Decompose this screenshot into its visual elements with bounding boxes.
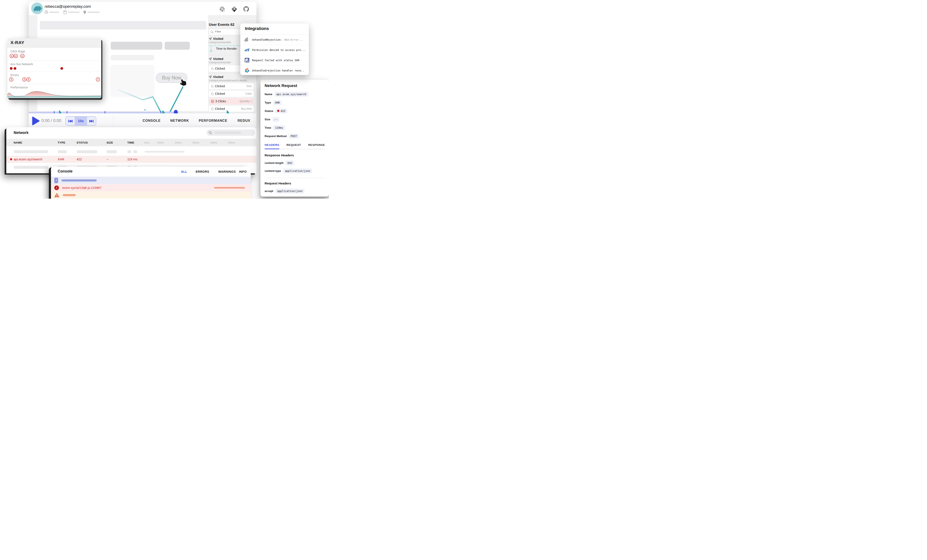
tab-response[interactable]: RESPONSE <box>308 143 325 147</box>
header-label: content-length <box>264 161 284 164</box>
integration-item-sentry[interactable]: UnhandledRejection: Non—Error... <box>240 34 309 45</box>
header-value: 642 <box>286 161 294 165</box>
integration-item-elastic[interactable]: Unhandledrejection handler rece.. <box>240 65 309 76</box>
error-icon: ! <box>54 185 59 190</box>
request-name-value: api.ecom.xyz/search <box>275 92 308 97</box>
console-title: Console <box>58 169 73 173</box>
col-name[interactable]: NAME <box>14 141 22 144</box>
console-tab-errors[interactable]: ERRORS <box>196 170 209 173</box>
log-skeleton <box>63 194 76 196</box>
tab-request[interactable]: REQUEST <box>286 143 301 147</box>
xray-title: X-RAY <box>11 40 24 45</box>
skip-back-icon <box>68 119 73 123</box>
log-skeleton <box>214 187 245 189</box>
xray-row-label: Click Rage <box>11 50 25 53</box>
integration-item-waves[interactable]: Permission denied to access pro... <box>240 45 309 55</box>
network-error-dot[interactable] <box>10 67 12 70</box>
log-skeleton <box>61 179 97 182</box>
tab-network[interactable]: NETWORK <box>170 119 189 123</box>
skeleton <box>14 166 48 169</box>
error-icons[interactable] <box>9 77 100 82</box>
col-status[interactable]: STATUS <box>76 141 88 144</box>
timeline-quote-marker[interactable]: “ <box>144 108 146 114</box>
divider <box>8 61 101 61</box>
integration-item-datadog[interactable]: Request failed with status 500 <box>240 55 309 65</box>
network-error-dot[interactable] <box>61 67 63 70</box>
response-headers-title: Response Headers <box>264 153 294 157</box>
clock-icon <box>45 11 48 14</box>
col-time[interactable]: TIME <box>127 141 134 144</box>
session-header: rebecca@openreplay.com <box>29 2 257 15</box>
time-tick: 0ms <box>144 141 150 144</box>
info-icon: i <box>54 178 58 183</box>
skeleton <box>76 150 97 153</box>
network-request-title: Network Request <box>264 83 297 88</box>
tab-headers[interactable]: HEADERS <box>264 143 279 147</box>
browser-icon <box>64 11 67 14</box>
skeleton <box>133 150 137 153</box>
network-search-field[interactable] <box>207 129 255 136</box>
tab-console[interactable]: CONSOLE <box>143 119 161 123</box>
cell-type: XHR <box>58 158 64 161</box>
table-row-error[interactable]: api.ecom.xyz/search XHR 422 -- 119 ms <box>6 156 257 163</box>
waves-icon <box>245 47 249 52</box>
console-log-warning[interactable] <box>51 191 251 199</box>
request-headers-title: Request Headers <box>264 182 291 185</box>
status-error-dot <box>277 110 279 112</box>
slack-icon[interactable] <box>219 6 225 12</box>
skip-forward-icon <box>89 119 94 123</box>
player-controls-bar: 0:00 / 0:00 10s CONSOLE NET <box>29 113 257 127</box>
integrations-panel: Integrations UnhandledRejection: Non—Err… <box>240 23 309 75</box>
search-icon <box>209 131 212 135</box>
error-dot <box>10 158 12 160</box>
field-label: Status <box>264 109 273 112</box>
header-label: content-type <box>264 169 281 173</box>
field-label: Time <box>264 126 271 129</box>
cursor-hand-icon <box>179 79 187 87</box>
header-value: application/json <box>283 168 312 173</box>
jira-icon[interactable] <box>231 6 237 12</box>
integration-text: Request failed with status 500 <box>252 59 299 62</box>
network-table-header: NAME TYPE STATUS SIZE TIME 0ms 10ms 20ms… <box>6 139 257 146</box>
xray-row-label: Errors <box>11 73 19 77</box>
console-tab-warnings[interactable]: WARNINGS <box>218 170 236 173</box>
skip-amount[interactable]: 10s <box>74 117 87 125</box>
col-size[interactable]: SIZE <box>106 141 113 144</box>
skip-forward-button[interactable] <box>87 117 96 125</box>
time-tick: 10ms <box>157 141 164 144</box>
console-log-info[interactable]: i <box>51 177 251 184</box>
tab-redux[interactable]: REDUX <box>237 119 250 123</box>
request-method-value: POST <box>289 134 299 138</box>
request-type-value: XHR <box>273 100 282 105</box>
cell-time: 119 ms <box>127 158 137 161</box>
field-label: Request Method <box>264 135 287 138</box>
col-type[interactable]: TYPE <box>58 141 65 144</box>
session-user-email: rebecca@openreplay.com <box>45 4 91 9</box>
network-error-dot[interactable] <box>14 67 16 70</box>
github-icon[interactable] <box>243 6 249 12</box>
network-panel-title: Network <box>14 131 29 135</box>
time-tick: 50ms <box>228 141 235 144</box>
skeleton <box>106 150 117 153</box>
console-log-error[interactable]: ! ecom.xyz/a213qh.js:123987 <box>51 184 251 191</box>
meta-skeleton <box>68 12 80 13</box>
tab-underline-active <box>264 149 279 149</box>
tab-performance[interactable]: PERFORMANCE <box>199 119 227 123</box>
performance-sparkline <box>8 90 101 98</box>
integration-text: UnhandledRejection: <box>252 38 282 41</box>
console-panel: Console ALL ERRORS WARNINGS INFO i ! eco… <box>51 167 251 199</box>
play-button[interactable] <box>32 117 40 125</box>
table-row-skeleton <box>6 148 257 155</box>
skip-back-button[interactable] <box>66 117 74 125</box>
location-pin-icon <box>83 11 86 14</box>
console-tab-all[interactable]: ALL <box>181 170 187 173</box>
cell-status: 422 <box>76 158 82 161</box>
header-value: application/json <box>275 189 304 193</box>
waterfall-bar <box>145 151 184 153</box>
click-rage-icons[interactable] <box>9 54 28 58</box>
skip-controls: 10s <box>65 116 96 126</box>
timeline-progress <box>29 112 176 113</box>
console-tab-info[interactable]: INFO <box>239 170 247 173</box>
integrations-title: Integrations <box>245 26 269 31</box>
skeleton <box>127 150 131 153</box>
